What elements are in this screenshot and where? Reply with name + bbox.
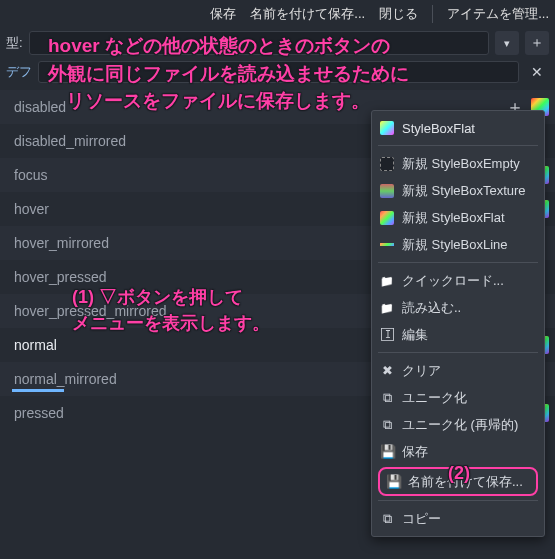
copy-item[interactable]: ⧉コピー: [372, 505, 544, 532]
type-label: 型:: [6, 34, 23, 52]
clear-item[interactable]: ✖クリア: [372, 357, 544, 384]
separator: [378, 500, 538, 501]
save-icon: 💾: [386, 474, 400, 489]
load-item[interactable]: 読み込む..: [372, 294, 544, 321]
styleboxtexture-icon: [380, 184, 394, 198]
plus-icon: ＋: [530, 34, 544, 52]
flyout-title: StyleBoxFlat: [402, 121, 475, 136]
close-menu[interactable]: 閉じる: [379, 5, 418, 23]
new-styleboxflat[interactable]: 新規 StyleBoxFlat: [372, 204, 544, 231]
annotation-top: hover などの他の状態のときのボタンの 外観に同じファイルを読み込ませるため…: [48, 32, 409, 115]
edit-item[interactable]: 🄸編集: [372, 321, 544, 348]
divider: [432, 5, 433, 23]
folder-icon: [380, 300, 394, 315]
separator: [378, 262, 538, 263]
edit-icon: 🄸: [380, 327, 394, 342]
unique-recursive-icon: ⧉: [380, 417, 394, 433]
clear-icon: ✖: [380, 363, 394, 378]
new-styleboxtexture[interactable]: 新規 StyleBoxTexture: [372, 177, 544, 204]
separator: [378, 145, 538, 146]
copy-icon: ⧉: [380, 511, 394, 527]
manage-items-menu[interactable]: アイテムを管理...: [447, 5, 549, 23]
chevron-down-icon: ▾: [504, 37, 510, 50]
stylebox-icon: [380, 121, 394, 135]
styleboxempty-icon: [380, 157, 394, 171]
styleboxline-icon: [380, 238, 394, 252]
save-icon: 💾: [380, 444, 394, 459]
unique-icon: ⧉: [380, 390, 394, 406]
annotation-step1: (1) ▽ボタンを押して メニューを表示します。: [72, 284, 270, 336]
type-dropdown-chevron[interactable]: ▾: [495, 31, 519, 55]
unique-item[interactable]: ⧉ユニーク化: [372, 384, 544, 411]
save-as-menu[interactable]: 名前を付けて保存...: [250, 5, 365, 23]
add-type-button[interactable]: ＋: [525, 31, 549, 55]
annotation-step2: (2): [448, 460, 470, 486]
quickload-item[interactable]: クイックロード...: [372, 267, 544, 294]
unique-recursive-item[interactable]: ⧉ユニーク化 (再帰的): [372, 411, 544, 438]
save-menu[interactable]: 保存: [210, 5, 236, 23]
flyout-header: StyleBoxFlat: [372, 115, 544, 141]
default-tab[interactable]: デフ: [6, 63, 32, 81]
active-underline: [12, 389, 64, 392]
filter-clear-button[interactable]: ✕: [525, 60, 549, 84]
separator: [378, 352, 538, 353]
top-toolbar: 保存 名前を付けて保存... 閉じる アイテムを管理...: [0, 0, 555, 28]
new-styleboxline[interactable]: 新規 StyleBoxLine: [372, 231, 544, 258]
new-styleboxempty[interactable]: 新規 StyleBoxEmpty: [372, 150, 544, 177]
folder-icon: [380, 273, 394, 288]
styleboxflat-icon: [380, 211, 394, 225]
